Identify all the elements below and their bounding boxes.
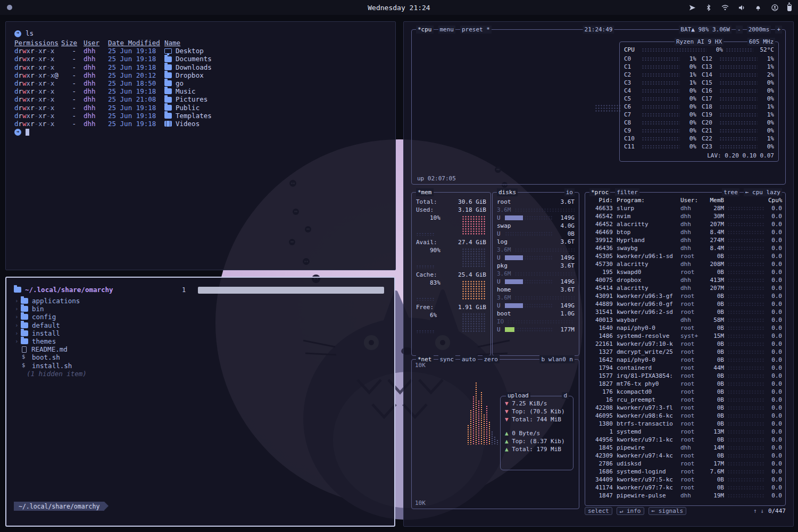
process-row[interactable]: 46095 kworker/u98:6-kc root 0B 0.0 (589, 412, 782, 420)
process-row[interactable]: 1686 systemd-logind root 7.6M 0.0 (589, 468, 782, 476)
refresh-decrease[interactable]: - (736, 26, 743, 34)
shell-prompt-active[interactable] (14, 128, 387, 136)
tab-proc[interactable]: *proc (589, 188, 610, 196)
tab-preset[interactable]: preset * (460, 26, 492, 34)
file-list-item[interactable]: install (15, 329, 80, 337)
process-row[interactable]: 44889 kworker/u96:0-gf root 0B 0.0 (589, 300, 782, 308)
select-button[interactable]: select (585, 507, 612, 515)
process-row[interactable]: 34409 kworker/u97:5-kc root 0B 0.0 (589, 476, 782, 484)
process-row[interactable]: 39912 Hyprland dhh 274M 0.0 (589, 236, 782, 244)
disk-used-label: U (497, 326, 502, 333)
workspace-indicator[interactable] (7, 5, 12, 10)
process-row[interactable]: 1642 napi/phy0-0 root 0B 0.0 (589, 356, 782, 364)
process-row[interactable]: 195 kswapd0 root 0B 0.0 (589, 268, 782, 276)
process-row[interactable]: 46542 nvim dhh 30M 0.0 (589, 212, 782, 220)
header-user[interactable]: User: (680, 197, 703, 204)
file-list-item[interactable]: README.md (15, 345, 80, 353)
tab-auto[interactable]: auto (460, 355, 478, 363)
tab-sync[interactable]: sync (438, 355, 456, 363)
bluetooth-icon[interactable] (705, 4, 712, 11)
network-interface[interactable]: b wlan0 n (539, 355, 575, 363)
process-row[interactable]: 40013 waybar dhh 58M 0.0 (589, 316, 782, 324)
cpu-graph-trace (595, 104, 620, 112)
tab-cpu[interactable]: *cpu (416, 26, 434, 34)
scroll-hint[interactable]: ↑ ↓ (753, 508, 764, 514)
process-row[interactable]: 43091 kworker/u96:3-gf root 0B 0.0 (589, 292, 782, 300)
header-mem[interactable]: MemB (703, 197, 724, 204)
process-row[interactable]: 45730 alacritty dhh 208M 0.0 (589, 260, 782, 268)
process-row[interactable]: 176 kcompactd0 root 0B 0.0 (589, 388, 782, 396)
process-row[interactable]: 1794 containerd root 44M 0.0 (589, 364, 782, 372)
process-row[interactable]: 16 rcu_preempt root 0B 0.0 (589, 396, 782, 404)
core-name: C23 (702, 143, 717, 150)
disk-used-value: 149G (555, 254, 575, 261)
process-row[interactable]: 1827 mt76-tx phy0 root 0B 0.0 (589, 380, 782, 388)
user-icon[interactable] (771, 4, 778, 11)
process-row[interactable]: 1327 dmcrypt_write/25 root 0B 0.0 (589, 348, 782, 356)
header-program[interactable]: Program: (617, 197, 680, 204)
file-type-icon (164, 72, 172, 78)
file-list-item[interactable]: themes (15, 337, 80, 345)
process-row[interactable]: 42309 kworker/u97:4-kc root 0B 0.0 (589, 452, 782, 460)
terminal-window-ls[interactable]: ls Permissions Size User Date Modified N… (5, 21, 396, 270)
tab-filter[interactable]: filter (615, 188, 639, 196)
wifi-icon[interactable] (721, 4, 729, 11)
file-list-item[interactable]: applications (15, 297, 80, 305)
process-row[interactable]: 1 systemd root 13M 0.0 (589, 428, 782, 436)
volume-icon[interactable] (738, 4, 745, 11)
process-row[interactable]: 46452 alacritty dhh 207M 0.0 (589, 220, 782, 228)
process-row[interactable]: 46469 btop dhh 8.4M 0.0 (589, 228, 782, 236)
process-row[interactable]: 2786 udisksd root 17M 0.0 (589, 460, 782, 468)
process-row[interactable]: 46436 swaybg dhh 8.4M 0.0 (589, 244, 782, 252)
process-row[interactable]: 1847 pipewire-pulse dhh 19M 0.0 (589, 492, 782, 500)
process-user: root (680, 420, 703, 427)
file-permissions: drwxr-xr-x@ (14, 71, 61, 79)
process-row[interactable]: 44956 kworker/u97:1-kc root 0B 0.0 (589, 436, 782, 444)
file-list-item[interactable]: default (15, 321, 80, 329)
process-row[interactable]: 45414 alacritty dhh 207M 0.0 (589, 284, 782, 292)
info-button[interactable]: ↵ info (617, 507, 644, 515)
process-row[interactable]: 1380 btrfs-transactio root 0B 0.0 (589, 420, 782, 428)
refresh-increase[interactable]: + (775, 26, 782, 34)
process-row[interactable]: 22161 kworker/u97:10-k root 0B 0.0 (589, 340, 782, 348)
tailscale-icon[interactable] (688, 4, 696, 11)
tab-menu[interactable]: menu (438, 26, 456, 34)
process-row[interactable]: 42208 kworker/u97:3-fl root 0B 0.0 (589, 404, 782, 412)
clock[interactable]: Wednesday 21:24 (368, 4, 430, 12)
file-list-item[interactable]: bin (15, 305, 80, 313)
header-pid[interactable]: Pid: (589, 197, 613, 204)
process-row[interactable]: 1486 systemd-resolve syst+ 15M 0.0 (589, 332, 782, 340)
process-row[interactable]: 40075 dropbox dhh 413M 0.0 (589, 276, 782, 284)
process-cpu: 0.0 (768, 420, 782, 427)
process-row[interactable]: 41174 kworker/u97:7-kc root 0B 0.0 (589, 484, 782, 492)
tab-cpu-lazy[interactable]: ← cpu lazy (744, 188, 782, 196)
file-list-item[interactable]: install.sh (15, 362, 80, 370)
tab-mem[interactable]: *mem (416, 188, 434, 196)
tab-indicator[interactable]: 1 (182, 286, 186, 294)
system-monitor-window[interactable]: *cpu menu preset * 21:24:49 BAT▲ 98% 3.0… (403, 21, 794, 527)
process-user: dhh (680, 444, 703, 451)
file-manager-window[interactable]: ~/.local/share/omarchy 1 applications bi… (5, 277, 395, 527)
tab-zero[interactable]: zero (483, 355, 500, 363)
cpu-core-row: C8 0% C20 0% (624, 119, 774, 127)
process-row[interactable]: 1640 napi/phy0-0 root 0B 0.0 (589, 324, 782, 332)
mem-row: 10% (416, 214, 486, 238)
core-percent: 1% (760, 111, 774, 118)
battery-icon[interactable] (787, 4, 792, 11)
file-list-item[interactable]: boot.sh (15, 353, 80, 361)
signals-button[interactable]: ← signals (649, 507, 687, 515)
process-row[interactable]: 1577 irq/81-PIXA3854: root 0B 0.0 (589, 372, 782, 380)
tab-disks[interactable]: disks (497, 188, 518, 196)
process-cpu-graph (727, 230, 765, 235)
process-row[interactable]: 45305 kworker/u96:1-sd root 0B 0.0 (589, 252, 782, 260)
process-cpu: 0.0 (768, 484, 782, 491)
tab-io[interactable]: io (564, 188, 575, 196)
notification-icon[interactable] (754, 4, 762, 11)
file-type-icon (164, 48, 172, 54)
process-row[interactable]: 46633 slurp dhh 28M 0.0 (589, 204, 782, 212)
header-cpu[interactable]: Cpu% (768, 197, 782, 204)
process-row[interactable]: 31541 kworker/u96:2-sd root 0B 0.0 (589, 308, 782, 316)
tab-tree[interactable]: tree (722, 188, 739, 196)
process-row[interactable]: 1845 pipewire dhh 14M 0.0 (589, 444, 782, 452)
file-list-item[interactable]: config (15, 313, 80, 321)
